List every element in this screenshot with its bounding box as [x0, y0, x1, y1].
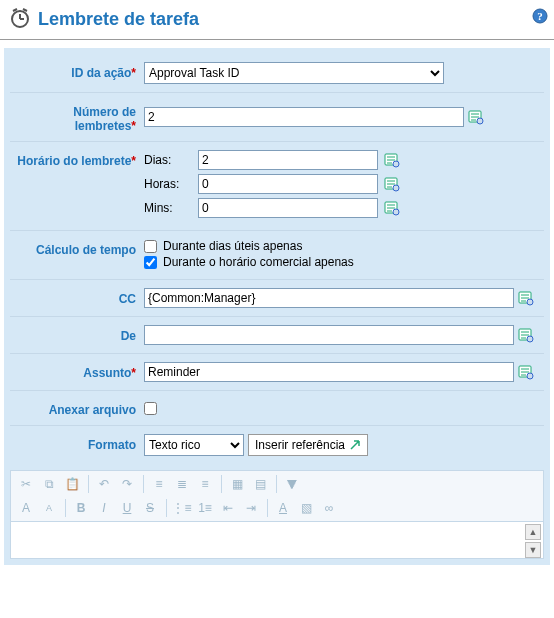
lookup-icon[interactable] — [384, 152, 400, 168]
align-left-icon[interactable]: ≡ — [148, 474, 170, 494]
lookup-icon[interactable] — [468, 109, 484, 125]
svg-point-10 — [393, 185, 399, 191]
table-icon[interactable]: ▦ — [226, 474, 248, 494]
days-input[interactable] — [198, 150, 378, 170]
align-right-icon[interactable]: ≡ — [194, 474, 216, 494]
undo-icon[interactable]: ↶ — [93, 474, 115, 494]
page-title: Lembrete de tarefa — [38, 9, 199, 30]
svg-point-16 — [527, 336, 533, 342]
num-reminders-input[interactable] — [144, 107, 464, 127]
indent-icon[interactable]: ⇥ — [240, 498, 262, 518]
table-row-icon[interactable]: ▤ — [249, 474, 271, 494]
attach-checkbox[interactable] — [144, 402, 157, 415]
insert-reference-label: Inserir referência — [255, 438, 345, 452]
mins-input[interactable] — [198, 198, 378, 218]
link-icon[interactable]: ∞ — [318, 498, 340, 518]
from-input[interactable] — [144, 325, 514, 345]
cut-icon[interactable]: ✂ — [15, 474, 37, 494]
lookup-icon[interactable] — [384, 176, 400, 192]
days-label: Dias: — [144, 153, 192, 167]
number-list-icon[interactable]: 1≡ — [194, 498, 216, 518]
from-label: De — [121, 329, 136, 343]
text-color-icon[interactable]: ⯆ — [281, 474, 303, 494]
lookup-icon[interactable] — [518, 290, 534, 306]
svg-point-12 — [393, 209, 399, 215]
hours-label: Horas: — [144, 177, 192, 191]
copy-icon[interactable]: ⧉ — [38, 474, 60, 494]
strike-icon[interactable]: S — [139, 498, 161, 518]
reminder-time-label: Horário do lembrete — [17, 154, 131, 168]
lookup-icon[interactable] — [384, 200, 400, 216]
help-icon[interactable]: ? — [532, 8, 548, 24]
lookup-icon[interactable] — [518, 364, 534, 380]
font-size-icon[interactable]: A — [38, 498, 60, 518]
hours-input[interactable] — [198, 174, 378, 194]
rich-text-body[interactable]: ▲ ▼ — [10, 521, 544, 559]
scrollbar[interactable]: ▲ ▼ — [525, 524, 541, 558]
attach-label: Anexar arquivo — [49, 403, 136, 417]
outdent-icon[interactable]: ⇤ — [217, 498, 239, 518]
action-id-label: ID da ação — [71, 66, 131, 80]
business-days-checkbox[interactable] — [144, 240, 157, 253]
format-select[interactable]: Texto rico — [144, 434, 244, 456]
bullet-list-icon[interactable]: ⋮≡ — [171, 498, 193, 518]
svg-point-14 — [527, 299, 533, 305]
scroll-down-icon[interactable]: ▼ — [525, 542, 541, 558]
mins-label: Mins: — [144, 201, 192, 215]
italic-icon[interactable]: I — [93, 498, 115, 518]
subject-label: Assunto — [83, 366, 131, 380]
subject-input[interactable] — [144, 362, 514, 382]
clock-icon — [8, 6, 32, 33]
svg-point-8 — [393, 161, 399, 167]
redo-icon[interactable]: ↷ — [116, 474, 138, 494]
svg-text:?: ? — [537, 10, 543, 22]
scroll-up-icon[interactable]: ▲ — [525, 524, 541, 540]
bold-icon[interactable]: B — [70, 498, 92, 518]
format-label: Formato — [88, 438, 136, 452]
svg-point-18 — [527, 373, 533, 379]
divider — [0, 39, 554, 40]
rich-text-toolbar: ✂ ⧉ 📋 ↶ ↷ ≡ ≣ ≡ ▦ ▤ ⯆ A A B I U S ⋮≡ — [10, 470, 544, 521]
business-days-label: Durante dias úteis apenas — [163, 239, 302, 253]
image-icon[interactable]: ▧ — [295, 498, 317, 518]
action-id-select[interactable]: Approval Task ID — [144, 62, 444, 84]
font-family-icon[interactable]: A — [15, 498, 37, 518]
align-center-icon[interactable]: ≣ — [171, 474, 193, 494]
num-reminders-label: Número de lembretes — [73, 105, 136, 133]
insert-reference-icon — [349, 439, 361, 451]
insert-reference-button[interactable]: Inserir referência — [248, 434, 368, 456]
time-calc-label: Cálculo de tempo — [36, 243, 136, 257]
underline-icon[interactable]: U — [116, 498, 138, 518]
cc-input[interactable] — [144, 288, 514, 308]
business-hours-label: Durante o horário comercial apenas — [163, 255, 354, 269]
svg-point-6 — [477, 118, 483, 124]
lookup-icon[interactable] — [518, 327, 534, 343]
cc-label: CC — [119, 292, 136, 306]
highlight-icon[interactable]: A — [272, 498, 294, 518]
business-hours-checkbox[interactable] — [144, 256, 157, 269]
paste-icon[interactable]: 📋 — [61, 474, 83, 494]
